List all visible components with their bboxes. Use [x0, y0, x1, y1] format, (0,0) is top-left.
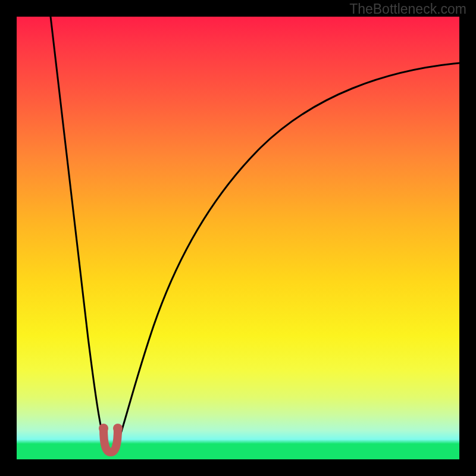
curve-layer: [17, 17, 459, 459]
watermark-text: TheBottleneck.com: [349, 1, 466, 17]
chart-frame: [17, 17, 459, 459]
minimum-marker-right-dot-icon: [113, 424, 123, 433]
minimum-marker-left-dot-icon: [99, 424, 108, 433]
bottleneck-curve: [51, 17, 459, 450]
